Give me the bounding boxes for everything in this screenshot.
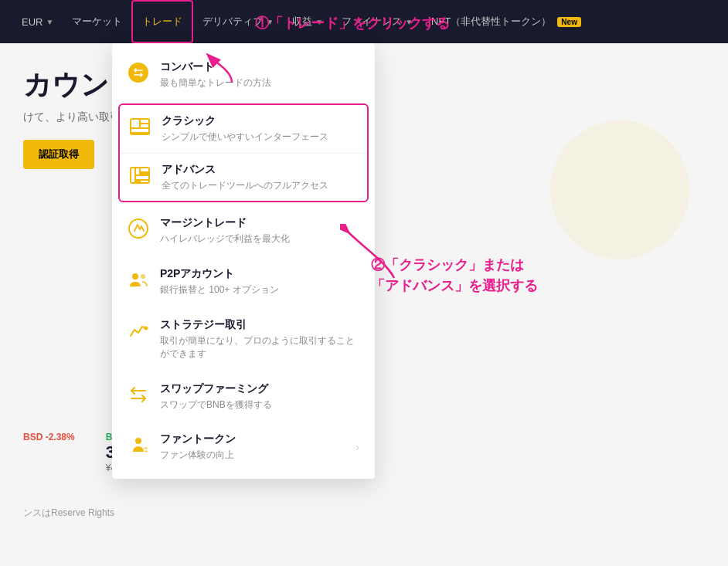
svg-rect-8 (136, 168, 139, 175)
annotation-text-1: ①「トレード」をクリックする (255, 14, 450, 32)
convert-icon (128, 62, 149, 83)
nav-eur-arrow: ▼ (46, 18, 53, 26)
classic-icon (129, 116, 151, 137)
margin-text: マージントレード ハイレバレッジで利益を最大化 (160, 216, 359, 246)
advance-text: アドバンス 全てのトレードツールへのフルアクセス (162, 163, 358, 192)
margin-icon (128, 218, 149, 239)
p2p-title: P2Pアカウント (160, 267, 359, 281)
fan-text: ファントークン ファン体験の向上 (160, 432, 345, 462)
swap-desc: スワップでBNBを獲得する (160, 398, 359, 412)
new-badge: New (557, 17, 581, 27)
annotation-arrow-1 (201, 48, 263, 90)
svg-point-13 (132, 273, 138, 280)
svg-rect-10 (136, 176, 148, 179)
svg-point-15 (145, 326, 148, 330)
advance-desc: 全てのトレードツールへのフルアクセス (162, 179, 358, 192)
menu-item-fan[interactable]: ファントークン ファン体験の向上 › (112, 422, 375, 473)
ticker-bsd-pair: BSD -2.38% (23, 432, 75, 442)
nav-derivatives-label: デリバティブ (202, 15, 263, 29)
svg-point-12 (129, 219, 148, 238)
bottom-notice: ンスはReserve Rights (23, 507, 114, 520)
svg-rect-11 (141, 181, 148, 182)
annotation-text-2: ②「クラシック」または 「アドバンス」を選択する (371, 255, 538, 297)
swap-title: スワップファーミング (160, 382, 359, 396)
fan-arrow: › (355, 441, 359, 453)
menu-item-p2p[interactable]: P2Pアカウント 銀行振替と 100+ オプション (112, 256, 375, 307)
swap-text: スワップファーミング スワップでBNBを獲得する (160, 382, 359, 412)
nav-trade-label: トレード (142, 15, 182, 29)
nav-eur[interactable]: EUR ▼ (12, 0, 63, 43)
svg-rect-7 (131, 168, 134, 182)
menu-item-strategy[interactable]: ストラテジー取引 取引が簡単になり、プロのように取引することができます (112, 307, 375, 371)
menu-item-advance[interactable]: アドバンス 全てのトレードツールへのフルアクセス (120, 153, 367, 202)
p2p-desc: 銀行振替と 100+ オプション (160, 283, 359, 297)
strategy-icon (128, 320, 149, 341)
menu-item-margin[interactable]: マージントレード ハイレバレッジで利益を最大化 (112, 205, 375, 256)
svg-rect-2 (131, 120, 139, 127)
nav-market[interactable]: マーケット (63, 0, 131, 43)
strategy-title: ストラテジー取引 (160, 318, 359, 332)
menu-item-swap[interactable]: スワップファーミング スワップでBNBを獲得する (112, 371, 375, 422)
svg-point-16 (135, 438, 141, 444)
verify-button[interactable]: 認証取得 (23, 140, 94, 169)
classic-title: クラシック (162, 114, 358, 128)
svg-rect-5 (131, 129, 148, 132)
p2p-icon (128, 269, 149, 290)
svg-rect-3 (141, 120, 148, 123)
strategy-desc: 取引が簡単になり、プロのように取引することができます (160, 334, 359, 361)
menu-item-classic[interactable]: クラシック シンプルで使いやすいインターフェース (120, 105, 367, 153)
nav-trade[interactable]: トレード (131, 0, 193, 43)
svg-rect-9 (141, 168, 148, 171)
strategy-text: ストラテジー取引 取引が簡単になり、プロのように取引することができます (160, 318, 359, 361)
classic-text: クラシック シンプルで使いやすいインターフェース (162, 114, 358, 144)
highlighted-group: クラシック シンプルで使いやすいインターフェース アドバンス 全てのトレードツー… (118, 103, 369, 203)
svg-rect-17 (144, 447, 148, 449)
svg-rect-18 (145, 450, 148, 452)
advance-title: アドバンス (162, 163, 358, 177)
margin-desc: ハイレバレッジで利益を最大化 (160, 232, 359, 246)
advance-icon (129, 164, 151, 186)
trade-dropdown: コンバート 最も簡単なトレードの方法 クラシック シンプルで使いやすいインターフ… (112, 43, 375, 479)
fan-icon (128, 434, 149, 456)
svg-point-0 (128, 63, 148, 83)
classic-desc: シンプルで使いやすいインターフェース (162, 130, 358, 144)
nav-market-label: マーケット (72, 15, 122, 29)
svg-rect-4 (141, 124, 148, 127)
fan-desc: ファン体験の向上 (160, 449, 345, 462)
nav-eur-label: EUR (22, 16, 43, 28)
svg-point-14 (141, 274, 145, 279)
p2p-text: P2Pアカウント 銀行振替と 100+ オプション (160, 267, 359, 297)
swap-icon (128, 384, 149, 405)
fan-title: ファントークン (160, 432, 345, 446)
ticker-item-bsd: BSD -2.38% (23, 432, 75, 473)
margin-title: マージントレード (160, 216, 359, 230)
